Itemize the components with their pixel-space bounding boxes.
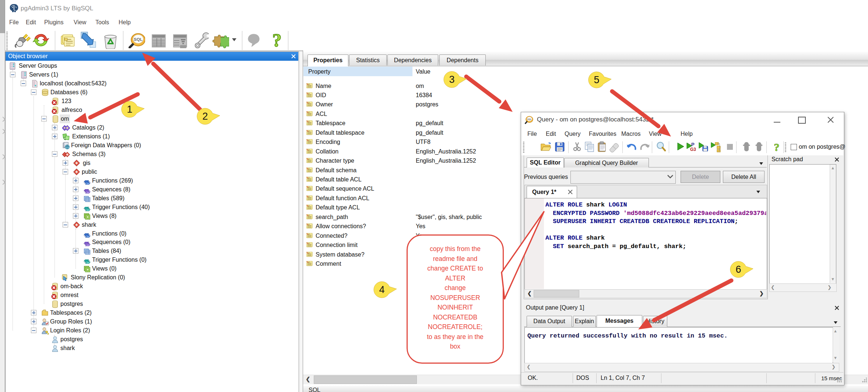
svg-text:1: 1 <box>127 104 132 115</box>
svg-text:5: 5 <box>594 74 599 85</box>
svg-text:6: 6 <box>735 264 741 275</box>
svg-text:4: 4 <box>379 284 384 295</box>
svg-text:3: 3 <box>449 74 454 85</box>
svg-text:2: 2 <box>202 111 208 122</box>
